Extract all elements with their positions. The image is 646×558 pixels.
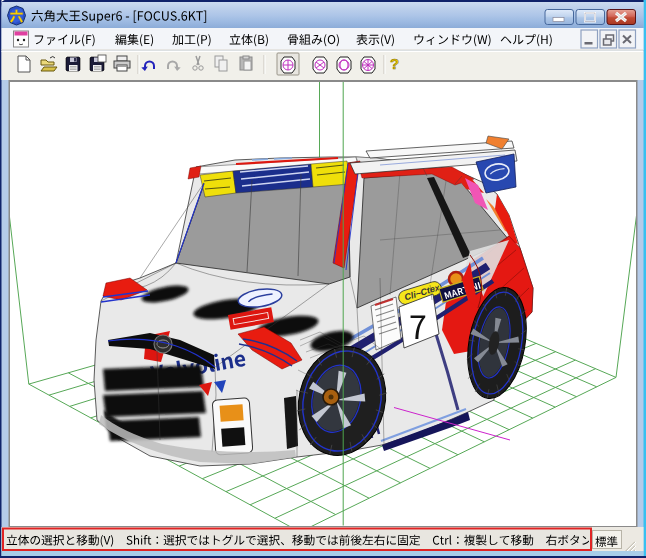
svg-text:?: ? (390, 55, 399, 72)
